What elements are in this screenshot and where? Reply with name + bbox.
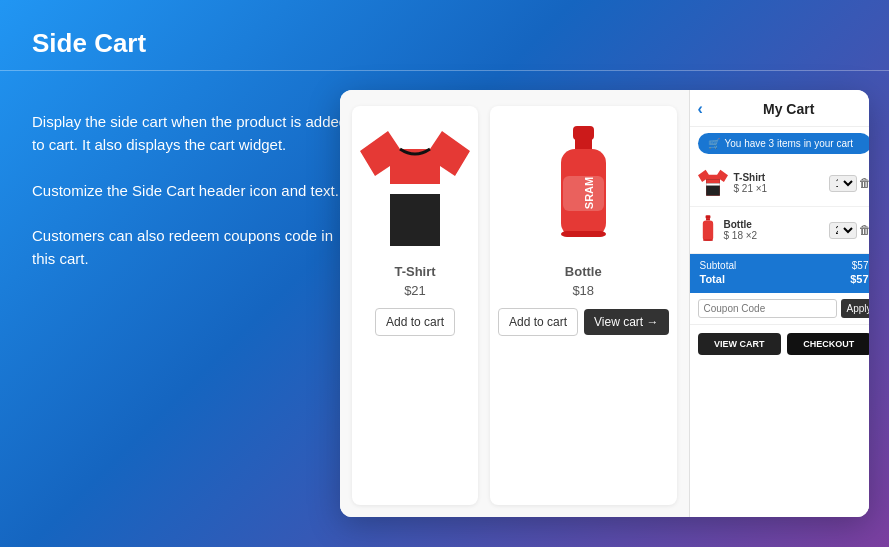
side-cart-panel: ‹ My Cart 🛒 You have 3 items in your car… [689, 90, 870, 517]
description-p2: Customize the Side Cart header icon and … [32, 179, 352, 202]
product-card-tshirt: T-Shirt $21 Add to cart [352, 106, 478, 505]
product-card-bottle: SRAM Bottle $18 Add to cart View cart → [490, 106, 677, 505]
bottle-delete-icon[interactable]: 🗑 [859, 223, 870, 237]
cart-item-tshirt-image [698, 167, 728, 199]
total-row: Total $57 [700, 273, 869, 285]
cart-badge-text: You have 3 items in your cart [725, 138, 854, 149]
bottle-image: SRAM [498, 116, 669, 256]
tshirt-image [360, 116, 470, 256]
cart-header: ‹ My Cart [690, 90, 870, 127]
tshirt-name: T-Shirt [394, 264, 435, 279]
view-cart-button[interactable]: View cart → [584, 309, 668, 335]
svg-rect-13 [706, 183, 720, 185]
cart-item-tshirt-name: T-Shirt [734, 172, 823, 183]
total-label: Total [700, 273, 725, 285]
subtotal-value: $57 [852, 260, 869, 271]
coupon-input[interactable] [698, 299, 837, 318]
cart-item-bottle-info: Bottle $ 18 ×2 [724, 219, 823, 241]
bottle-actions: Add to cart View cart → [498, 308, 669, 336]
description-p3: Customers can also redeem coupons code i… [32, 224, 352, 271]
svg-rect-16 [702, 220, 712, 240]
cart-item-tshirt-info: T-Shirt $ 21 ×1 [734, 172, 823, 194]
back-arrow-icon[interactable]: ‹ [698, 100, 703, 118]
svg-rect-15 [706, 218, 710, 220]
left-description: Display the side cart when the product i… [32, 110, 352, 292]
header-divider [0, 70, 889, 71]
cart-item-bottle-qty: 1 2 3 🗑 [829, 222, 870, 239]
svg-rect-2 [390, 166, 440, 184]
bottle-name: Bottle [565, 264, 602, 279]
page-title: Side Cart [32, 28, 146, 59]
bottle-price: $18 [572, 283, 594, 298]
tshirt-qty-select[interactable]: 1 2 3 [829, 175, 857, 192]
cart-action-buttons: VIEW CART CHECKOUT [690, 325, 870, 363]
tshirt-add-to-cart-button[interactable]: Add to cart [375, 308, 455, 336]
subtotal-label: Subtotal [700, 260, 737, 271]
checkout-button[interactable]: CHECKOUT [787, 333, 869, 355]
svg-rect-5 [575, 139, 592, 149]
cart-item-tshirt-price: $ 21 ×1 [734, 183, 823, 194]
svg-rect-9 [561, 231, 606, 237]
svg-rect-12 [706, 179, 720, 183]
cart-title: My Cart [709, 101, 869, 117]
svg-rect-14 [705, 215, 710, 218]
cart-item-tshirt-qty: 1 2 3 🗑 [829, 175, 870, 192]
cart-icon: 🛒 [708, 138, 720, 149]
cart-item-tshirt: T-Shirt $ 21 ×1 1 2 3 🗑 [690, 160, 870, 207]
description-p1: Display the side cart when the product i… [32, 110, 352, 157]
cart-subtotals: Subtotal $57 Total $57 [690, 254, 870, 293]
tshirt-price: $21 [404, 283, 426, 298]
cart-item-bottle-image [698, 214, 718, 246]
demo-container: T-Shirt $21 Add to cart SRAM [340, 90, 869, 517]
svg-rect-17 [702, 239, 712, 240]
apply-coupon-button[interactable]: Apply [841, 299, 870, 318]
cart-item-bottle: Bottle $ 18 ×2 1 2 3 🗑 [690, 207, 870, 254]
tshirt-delete-icon[interactable]: 🗑 [859, 176, 870, 190]
cart-item-bottle-name: Bottle [724, 219, 823, 230]
svg-rect-3 [390, 184, 440, 194]
bottle-add-to-cart-button[interactable]: Add to cart [498, 308, 578, 336]
subtotal-row: Subtotal $57 [700, 260, 869, 271]
svg-rect-4 [573, 126, 594, 140]
coupon-row: Apply [690, 293, 870, 325]
bottle-qty-select[interactable]: 1 2 3 [829, 222, 857, 239]
view-cart-dark-button[interactable]: VIEW CART [698, 333, 782, 355]
total-value: $57 [850, 273, 868, 285]
cart-item-bottle-price: $ 18 ×2 [724, 230, 823, 241]
svg-text:SRAM: SRAM [583, 177, 595, 209]
products-area: T-Shirt $21 Add to cart SRAM [340, 90, 689, 517]
cart-badge: 🛒 You have 3 items in your cart [698, 133, 870, 154]
